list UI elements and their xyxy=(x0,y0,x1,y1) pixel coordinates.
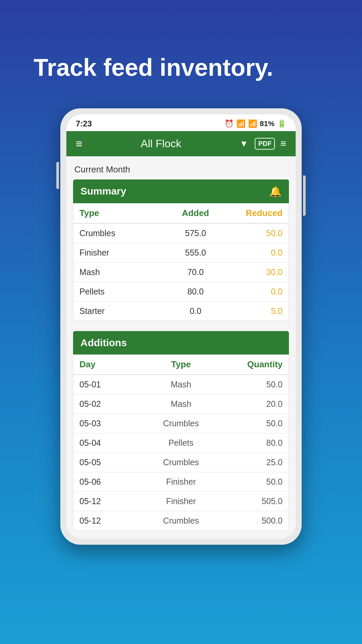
summary-added-cell: 555.0 xyxy=(167,248,225,258)
main-content: Current Month Summary 🔔 Type Added Reduc… xyxy=(66,156,296,539)
additions-type-cell: Crumbles xyxy=(143,419,219,428)
summary-row: Crumbles 575.0 50.0 xyxy=(73,224,289,243)
additions-day-cell: 05-12 xyxy=(79,516,143,526)
summary-table-header: Type Added Reduced xyxy=(73,203,289,224)
status-time: 7:23 xyxy=(76,119,92,128)
wifi-icon: 📶 xyxy=(236,119,245,128)
phone-screen: 7:23 ⏰ 📶 📶 81% 🔋 ≡ All Flock ▼ PDF ≡ Cur… xyxy=(66,114,296,539)
additions-table-header: Day Type Quantity xyxy=(73,355,289,375)
additions-row: 05-12 Crumbles 500.0 xyxy=(73,511,289,530)
col-header-reduced: Reduced xyxy=(225,208,283,218)
summary-reduced-cell: 0.0 xyxy=(225,287,283,297)
signal-icon: 📶 xyxy=(248,119,257,128)
summary-added-cell: 0.0 xyxy=(167,306,225,316)
additions-row: 05-04 Pellets 80.0 xyxy=(73,433,289,453)
power-button xyxy=(303,175,306,216)
app-bar-actions: PDF ≡ xyxy=(255,138,286,150)
additions-qty-cell: 500.0 xyxy=(219,516,283,526)
summary-added-cell: 80.0 xyxy=(167,287,225,297)
additions-type-cell: Pellets xyxy=(143,438,219,448)
summary-table-body: Crumbles 575.0 50.0 Finisher 555.0 0.0 M… xyxy=(73,224,289,321)
summary-section: Summary 🔔 Type Added Reduced Crumbles 57… xyxy=(73,179,289,321)
summary-table: Type Added Reduced Crumbles 575.0 50.0 F… xyxy=(73,203,289,321)
summary-row: Finisher 555.0 0.0 xyxy=(73,243,289,263)
summary-reduced-cell: 0.0 xyxy=(225,248,283,258)
additions-type-cell: Finisher xyxy=(143,477,219,487)
summary-reduced-cell: 50.0 xyxy=(225,228,283,238)
hero-title: Track feed inventory. xyxy=(0,0,307,108)
additions-qty-cell: 50.0 xyxy=(219,380,283,389)
col-header-day: Day xyxy=(79,359,143,370)
summary-title: Summary xyxy=(80,185,126,197)
pdf-export-button[interactable]: PDF xyxy=(255,138,275,150)
summary-type-cell: Finisher xyxy=(79,248,167,258)
hamburger-menu-icon[interactable]: ≡ xyxy=(76,137,82,150)
filter-icon[interactable]: ≡ xyxy=(280,138,286,149)
additions-type-cell: Mash xyxy=(143,380,219,389)
additions-day-cell: 05-12 xyxy=(79,496,143,506)
status-bar: 7:23 ⏰ 📶 📶 81% 🔋 xyxy=(66,114,296,131)
additions-type-cell: Finisher xyxy=(143,496,219,506)
additions-day-cell: 05-04 xyxy=(79,438,143,448)
additions-row: 05-12 Finisher 505.0 xyxy=(73,492,289,511)
additions-qty-cell: 80.0 xyxy=(219,438,283,448)
summary-type-cell: Crumbles xyxy=(79,228,167,238)
bell-icon[interactable]: 🔔 xyxy=(269,185,282,197)
additions-qty-cell: 50.0 xyxy=(219,419,283,428)
app-bar-title: All Flock xyxy=(89,138,233,150)
battery-level: 81% xyxy=(260,119,275,128)
additions-qty-cell: 50.0 xyxy=(219,477,283,487)
col-header-type-additions: Type xyxy=(143,359,219,370)
app-bar: ≡ All Flock ▼ PDF ≡ xyxy=(66,131,296,156)
phone-mockup: 7:23 ⏰ 📶 📶 81% 🔋 ≡ All Flock ▼ PDF ≡ Cur… xyxy=(60,108,302,545)
summary-reduced-cell: 5.0 xyxy=(225,306,283,316)
summary-added-cell: 70.0 xyxy=(167,267,225,277)
battery-icon: 🔋 xyxy=(277,119,286,128)
summary-reduced-cell: 30.0 xyxy=(225,267,283,277)
additions-table-body: 05-01 Mash 50.0 05-02 Mash 20.0 05-03 Cr… xyxy=(73,375,289,530)
summary-row: Mash 70.0 30.0 xyxy=(73,263,289,282)
additions-day-cell: 05-05 xyxy=(79,458,143,467)
col-header-added: Added xyxy=(167,208,225,218)
additions-qty-cell: 25.0 xyxy=(219,458,283,467)
summary-type-cell: Mash xyxy=(79,267,167,277)
additions-header: Additions xyxy=(73,331,289,355)
status-icons: ⏰ 📶 📶 81% 🔋 xyxy=(225,119,286,128)
summary-type-cell: Starter xyxy=(79,306,167,316)
additions-day-cell: 05-06 xyxy=(79,477,143,487)
summary-header: Summary 🔔 xyxy=(73,179,289,203)
additions-type-cell: Mash xyxy=(143,399,219,409)
additions-day-cell: 05-02 xyxy=(79,399,143,409)
additions-row: 05-06 Finisher 50.0 xyxy=(73,472,289,492)
additions-qty-cell: 505.0 xyxy=(219,496,283,506)
summary-added-cell: 575.0 xyxy=(167,228,225,238)
summary-type-cell: Pellets xyxy=(79,287,167,297)
col-header-quantity: Quantity xyxy=(219,359,283,370)
current-month-label: Current Month xyxy=(73,164,289,175)
additions-qty-cell: 20.0 xyxy=(219,399,283,409)
additions-day-cell: 05-03 xyxy=(79,419,143,428)
alarm-icon: ⏰ xyxy=(225,119,234,128)
additions-section: Additions Day Type Quantity 05-01 Mash 5… xyxy=(73,331,289,531)
dropdown-arrow-icon[interactable]: ▼ xyxy=(240,139,248,149)
additions-type-cell: Crumbles xyxy=(143,458,219,467)
additions-row: 05-03 Crumbles 50.0 xyxy=(73,414,289,433)
col-header-type: Type xyxy=(79,208,167,218)
additions-table: Day Type Quantity 05-01 Mash 50.0 05-02 … xyxy=(73,355,289,531)
additions-type-cell: Crumbles xyxy=(143,516,219,526)
summary-row: Starter 0.0 5.0 xyxy=(73,302,289,321)
additions-row: 05-05 Crumbles 25.0 xyxy=(73,453,289,472)
additions-title: Additions xyxy=(80,337,127,348)
volume-button xyxy=(56,162,59,189)
additions-day-cell: 05-01 xyxy=(79,380,143,389)
additions-row: 05-02 Mash 20.0 xyxy=(73,394,289,414)
summary-row: Pellets 80.0 0.0 xyxy=(73,282,289,302)
additions-row: 05-01 Mash 50.0 xyxy=(73,375,289,394)
